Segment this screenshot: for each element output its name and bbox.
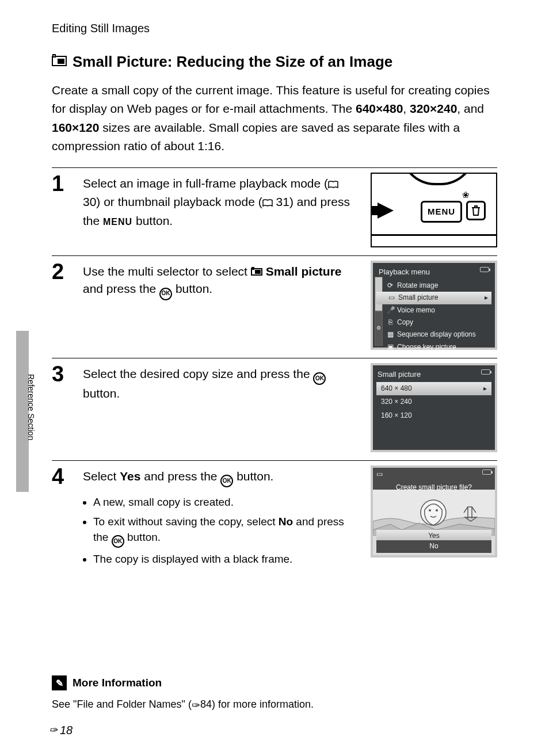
battery-icon xyxy=(481,369,490,375)
figure-confirm: ▭ Create small picture file? Yes No xyxy=(371,465,497,558)
svg-rect-3 xyxy=(58,59,64,64)
side-label: Reference Section xyxy=(25,374,37,440)
menu-item[interactable]: 🎤Voice memo xyxy=(375,304,493,316)
ok-icon: OK xyxy=(313,372,326,385)
step-number: 3 xyxy=(52,363,71,385)
macro-icon: ❀ xyxy=(462,189,470,201)
step-1: 1 Select an image in full-frame playback… xyxy=(52,168,497,255)
menu-item-selected[interactable]: ▭Small picture xyxy=(376,292,491,304)
book-icon xyxy=(262,194,273,212)
figure-size-menu: Small picture 640 × 480 320 × 240 160 × … xyxy=(371,363,497,452)
breadcrumb: Editing Still Images xyxy=(52,20,497,37)
figure-camera-body: ❀ MENU xyxy=(371,173,497,247)
small-picture-icon: ▭ xyxy=(376,469,383,479)
menu-item[interactable]: ⎘Copy xyxy=(375,316,493,329)
bullet: A new, small copy is created. xyxy=(93,494,359,510)
menu-item[interactable]: ▣Choose key picture xyxy=(375,341,493,353)
page-title: Small Picture: Reducing the Size of an I… xyxy=(73,51,392,73)
step-text: Select Yes and press the OK button. A ne… xyxy=(83,465,359,571)
more-info-heading: More Information xyxy=(73,675,162,691)
more-information: ✎ More Information See "File and Folder … xyxy=(52,675,497,713)
ok-icon: OK xyxy=(220,475,233,487)
bullet: To exit without saving the copy, select … xyxy=(93,514,359,548)
lcd-title: Small picture xyxy=(378,369,421,380)
svg-rect-2 xyxy=(54,55,55,56)
sample-image-illustration xyxy=(373,490,495,536)
menu-word: MENU xyxy=(103,217,132,227)
step-text: Select an image in full-frame playback m… xyxy=(83,173,359,230)
small-picture-icon xyxy=(251,263,262,280)
reference-icon: ✑ xyxy=(192,700,200,711)
ok-icon: OK xyxy=(112,535,124,548)
battery-icon xyxy=(480,267,489,272)
size-option[interactable]: 320 × 240 xyxy=(376,395,491,408)
size-option[interactable]: 160 × 120 xyxy=(376,409,491,422)
menu-item[interactable]: ▦Sequence display options xyxy=(375,329,493,341)
step-number: 2 xyxy=(52,261,71,282)
book-icon xyxy=(328,176,338,193)
battery-icon xyxy=(482,469,491,475)
step-number: 1 xyxy=(52,173,71,194)
trash-button[interactable] xyxy=(466,201,486,220)
svg-rect-5 xyxy=(251,267,254,270)
svg-rect-6 xyxy=(255,270,261,274)
page-number: 18 xyxy=(60,722,73,739)
step-text: Select the desired copy size and press t… xyxy=(83,363,359,403)
step-4: 4 Select Yes and press the OK button. A … xyxy=(52,461,497,579)
step-3: 3 Select the desired copy size and press… xyxy=(52,358,497,460)
step-2: 2 Use the multi selector to select Small… xyxy=(52,256,497,358)
svg-point-9 xyxy=(429,509,431,511)
size-option-selected[interactable]: 640 × 480 xyxy=(376,382,491,395)
figure-playback-menu: Playback menu ▶⚙ ⟳Rotate image ▭Small pi… xyxy=(371,261,497,350)
step-text: Use the multi selector to select Small p… xyxy=(83,261,359,300)
bullet: The copy is displayed with a black frame… xyxy=(93,551,359,567)
small-picture-icon xyxy=(52,54,67,71)
reference-icon: ✑ xyxy=(49,723,58,738)
lcd-title: Playback menu xyxy=(379,267,430,278)
page-footer: ✑18 xyxy=(49,722,73,739)
pencil-icon: ✎ xyxy=(52,675,67,690)
menu-button[interactable]: MENU xyxy=(421,201,462,223)
confirm-no[interactable]: No xyxy=(376,540,491,552)
menu-item[interactable]: ⟳Rotate image xyxy=(375,280,493,292)
ok-icon: OK xyxy=(159,288,172,300)
svg-point-10 xyxy=(436,509,438,511)
intro-text: Create a small copy of the current image… xyxy=(52,81,497,156)
step-number: 4 xyxy=(52,465,71,487)
